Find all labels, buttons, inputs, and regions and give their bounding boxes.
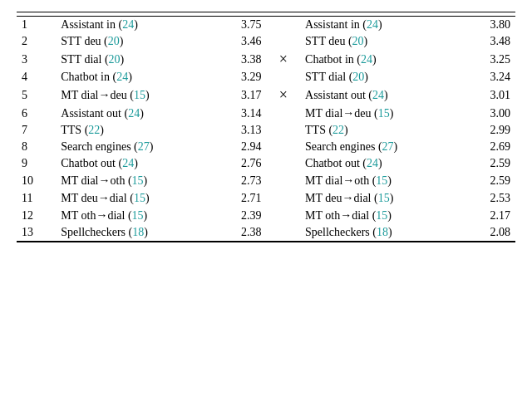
- lt2-cell: STT dial (20): [300, 69, 464, 86]
- table-row: 5MT dial→deu (15)3.17×Assistant out (24)…: [17, 86, 515, 105]
- lt2-cell: Search engines (27): [300, 139, 464, 155]
- lt1-cell: Chatbot in (24): [56, 69, 214, 86]
- cross-cell: [267, 122, 301, 139]
- lt2-cell: MT dial→deu (15): [300, 105, 464, 122]
- table-row: 10MT dial→oth (15)2.73MT dial→oth (15)2.…: [17, 172, 515, 189]
- lt2-cell: MT oth→dial (15): [300, 207, 464, 224]
- mean2-cell: 2.53: [464, 189, 515, 207]
- table-row: 12MT oth→dial (15)2.39MT oth→dial (15)2.…: [17, 207, 515, 224]
- rank-cell: 10: [17, 172, 56, 189]
- rank-cell: 7: [17, 122, 56, 139]
- mean2-cell: 2.08: [464, 224, 515, 242]
- table-row: 13Spellcheckers (18)2.38Spellcheckers (1…: [17, 224, 515, 242]
- cross-cell: [267, 69, 301, 86]
- cross-cell: [267, 105, 301, 122]
- mean2-cell: 3.48: [464, 33, 515, 50]
- lt1-cell: Assistant in (24): [56, 17, 214, 34]
- lt1-cell: MT dial→deu (15): [56, 86, 214, 105]
- table-row: 4Chatbot in (24)3.29STT dial (20)3.24: [17, 69, 515, 86]
- rank-cell: 1: [17, 17, 56, 34]
- table-row: 1Assistant in (24)3.75Assistant in (24)3…: [17, 17, 515, 34]
- mean2-cell: 2.59: [464, 172, 515, 189]
- rank-cell: 5: [17, 86, 56, 105]
- mean1-cell: 3.29: [215, 69, 267, 86]
- cross-cell: [267, 139, 301, 155]
- lt1-cell: STT dial (20): [56, 50, 214, 69]
- lt2-cell: Chatbot out (24): [300, 155, 464, 172]
- mean1-cell: 3.38: [215, 50, 267, 69]
- mean1-cell: 3.14: [215, 105, 267, 122]
- table-row: 9Chatbot out (24)2.76Chatbot out (24)2.5…: [17, 155, 515, 172]
- mean2-cell: 2.69: [464, 139, 515, 155]
- mean1-cell: 3.75: [215, 17, 267, 34]
- rank-cell: 4: [17, 69, 56, 86]
- lt2-cell: MT dial→oth (15): [300, 172, 464, 189]
- lt2-cell: Chatbot in (24): [300, 50, 464, 69]
- mean1-cell: 2.38: [215, 224, 267, 242]
- rank-cell: 11: [17, 189, 56, 207]
- cross-cell: ×: [267, 50, 301, 69]
- lt1-cell: TTS (22): [56, 122, 214, 139]
- lt2-cell: MT deu→dial (15): [300, 189, 464, 207]
- rank-cell: 12: [17, 207, 56, 224]
- lt1-cell: MT deu→dial (15): [56, 189, 214, 207]
- table-row: 11MT deu→dial (15)2.71MT deu→dial (15)2.…: [17, 189, 515, 207]
- mean1-cell: 3.13: [215, 122, 267, 139]
- table-row: 7TTS (22)3.13TTS (22)2.99: [17, 122, 515, 139]
- mean1-cell: 2.76: [215, 155, 267, 172]
- cross-cell: [267, 189, 301, 207]
- mean2-cell: 3.24: [464, 69, 515, 86]
- cross-cell: [267, 17, 301, 34]
- mean2-cell: 3.01: [464, 86, 515, 105]
- mean2-cell: 3.25: [464, 50, 515, 69]
- ranking-table: 1Assistant in (24)3.75Assistant in (24)3…: [17, 8, 515, 242]
- cross-cell: [267, 155, 301, 172]
- lt1-cell: Spellcheckers (18): [56, 224, 214, 242]
- table-row: 2STT deu (20)3.46STT deu (20)3.48: [17, 33, 515, 50]
- lt1-cell: MT dial→oth (15): [56, 172, 214, 189]
- mean1-cell: 2.71: [215, 189, 267, 207]
- rank-cell: 13: [17, 224, 56, 242]
- mean1-cell: 2.94: [215, 139, 267, 155]
- lt2-cell: TTS (22): [300, 122, 464, 139]
- rank-cell: 6: [17, 105, 56, 122]
- mean2-cell: 2.99: [464, 122, 515, 139]
- cross-cell: [267, 224, 301, 242]
- table-row: 8Search engines (27)2.94Search engines (…: [17, 139, 515, 155]
- cross-cell: ×: [267, 86, 301, 105]
- rank-cell: 3: [17, 50, 56, 69]
- mean2-cell: 3.00: [464, 105, 515, 122]
- mean1-cell: 2.73: [215, 172, 267, 189]
- lt1-cell: Chatbot out (24): [56, 155, 214, 172]
- lt1-cell: MT oth→dial (15): [56, 207, 214, 224]
- cross-cell: [267, 207, 301, 224]
- mean2-cell: 3.80: [464, 17, 515, 34]
- mean1-cell: 3.46: [215, 33, 267, 50]
- mean1-cell: 3.17: [215, 86, 267, 105]
- lt2-cell: Assistant out (24): [300, 86, 464, 105]
- rank-cell: 9: [17, 155, 56, 172]
- lt1-cell: Assistant out (24): [56, 105, 214, 122]
- lt1-cell: STT deu (20): [56, 33, 214, 50]
- table-row: 3STT dial (20)3.38×Chatbot in (24)3.25: [17, 50, 515, 69]
- mean2-cell: 2.17: [464, 207, 515, 224]
- cross-cell: [267, 33, 301, 50]
- mean2-cell: 2.59: [464, 155, 515, 172]
- lt2-cell: Spellcheckers (18): [300, 224, 464, 242]
- lt2-cell: Assistant in (24): [300, 17, 464, 34]
- cross-cell: [267, 172, 301, 189]
- rank-cell: 2: [17, 33, 56, 50]
- table-row: 6Assistant out (24)3.14MT dial→deu (15)3…: [17, 105, 515, 122]
- mean1-cell: 2.39: [215, 207, 267, 224]
- lt2-cell: STT deu (20): [300, 33, 464, 50]
- lt1-cell: Search engines (27): [56, 139, 214, 155]
- rank-cell: 8: [17, 139, 56, 155]
